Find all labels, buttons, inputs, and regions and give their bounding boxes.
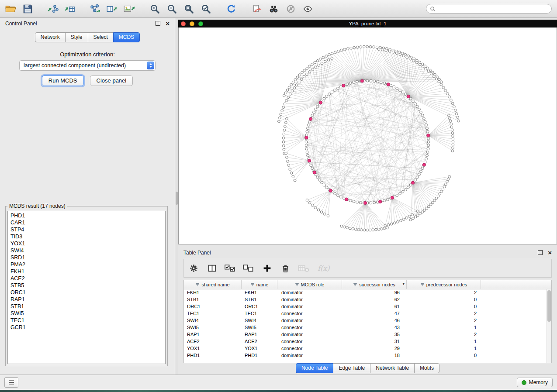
table-row[interactable]: ORC1ORC1dominator610	[184, 303, 547, 310]
table-scrollbar[interactable]	[547, 289, 551, 363]
tab-motifs[interactable]: Motifs	[414, 363, 439, 373]
table-row[interactable]: SWI4SWI4dominator462	[184, 317, 547, 324]
table-scrollbar-thumb[interactable]	[547, 290, 551, 322]
table-cell: PHD1	[242, 352, 277, 359]
mcds-node-ace2[interactable]: ACE2	[10, 275, 165, 282]
mcds-node-rap1[interactable]: RAP1	[10, 296, 165, 303]
mcds-node-tid3[interactable]: TID3	[10, 233, 165, 240]
table-row[interactable]: TEC1TEC1connector472	[184, 310, 547, 317]
deselect-all-icon[interactable]	[242, 262, 255, 275]
search-input[interactable]	[438, 5, 548, 12]
close-window-icon[interactable]	[181, 21, 186, 26]
panel-divider[interactable]	[175, 18, 178, 375]
mcds-node-stb1[interactable]: STB1	[10, 303, 165, 310]
show-graphics-details-icon[interactable]	[301, 2, 315, 16]
tab-select[interactable]: Select	[88, 32, 114, 42]
mcds-node-orc1[interactable]: ORC1	[10, 289, 165, 296]
import-table-from-file-icon[interactable]	[63, 2, 77, 16]
mcds-node-swi5[interactable]: SWI5	[10, 310, 165, 317]
table-cell: 35	[342, 331, 407, 338]
filter-arrow-icon[interactable]: ▾	[402, 282, 405, 286]
column-header-mcds-role[interactable]: MCDS role	[277, 280, 342, 289]
column-header-successor-nodes[interactable]: successor nodes▾	[342, 280, 407, 289]
table-cell: dominator	[277, 296, 342, 303]
mcds-node-gcr1[interactable]: GCR1	[10, 324, 165, 331]
export-table-icon[interactable]	[105, 2, 119, 16]
criterion-dropdown[interactable]: largest connected component (undirected)	[19, 60, 156, 71]
add-row-icon[interactable]	[261, 262, 273, 275]
delete-row-icon[interactable]	[279, 262, 291, 275]
mcds-node-stp4[interactable]: STP4	[10, 226, 165, 233]
hamburger-menu-button[interactable]	[4, 377, 18, 388]
memory-button[interactable]: Memory	[517, 378, 553, 387]
mcds-node-fkh1[interactable]: FKH1	[10, 268, 165, 275]
network-canvas[interactable]	[178, 28, 557, 244]
network-graph-svg	[179, 28, 557, 244]
mcds-node-stb5[interactable]: STB5	[10, 282, 165, 289]
refresh-icon[interactable]	[224, 2, 238, 16]
table-cell: RAP1	[242, 331, 277, 338]
import-network-from-file-icon[interactable]	[46, 2, 60, 16]
zoom-selected-icon[interactable]	[199, 2, 213, 16]
select-all-icon[interactable]	[224, 262, 236, 275]
tab-network-table[interactable]: Network Table	[370, 363, 415, 373]
table-cell: 43	[342, 324, 407, 331]
tab-style[interactable]: Style	[65, 32, 88, 42]
float-panel-icon[interactable]	[156, 21, 160, 26]
table-cell: 2	[407, 310, 481, 317]
zoom-fit-icon[interactable]	[182, 2, 196, 16]
close-panel-button[interactable]: Close panel	[90, 76, 133, 86]
column-header-predecessor-nodes[interactable]: predecessor nodes	[407, 280, 481, 289]
table-body: FKH1FKH1dominator962STB1STB1dominator620…	[184, 289, 547, 363]
table-row[interactable]: FKH1FKH1dominator962	[184, 289, 547, 296]
save-icon[interactable]	[21, 2, 35, 16]
table-row[interactable]: RAP1RAP1dominator352	[184, 331, 547, 338]
zoom-out-icon[interactable]	[165, 2, 179, 16]
share-network-icon[interactable]	[88, 2, 102, 16]
tab-node-table[interactable]: Node Table	[296, 363, 334, 373]
mcds-node-swi4[interactable]: SWI4	[10, 247, 165, 254]
tab-network[interactable]: Network	[35, 32, 66, 42]
run-mcds-button[interactable]: Run MCDS	[42, 76, 84, 86]
toolbar-group	[46, 2, 77, 16]
mcds-node-phd1[interactable]: PHD1	[10, 212, 165, 219]
close-table-panel-icon[interactable]: ×	[548, 249, 552, 256]
open-folder-icon[interactable]	[3, 2, 17, 16]
column-header-shared-name[interactable]: shared name	[184, 280, 242, 289]
settings-gear-icon[interactable]	[187, 262, 200, 275]
table-cell: SWI5	[184, 324, 242, 331]
divider-scrollbar-thumb[interactable]	[176, 192, 178, 205]
hide-graphics-details-icon[interactable]	[284, 2, 298, 16]
tab-edge-table[interactable]: Edge Table	[333, 363, 370, 373]
zoom-in-icon[interactable]	[148, 2, 162, 16]
tab-mcds[interactable]: MCDS	[113, 32, 140, 42]
table-row[interactable]: YOX1YOX1connector291	[184, 345, 547, 352]
table-row[interactable]: SWI5SWI5connector431	[184, 324, 547, 331]
column-header-label: successor nodes	[359, 282, 395, 287]
column-header-label: shared name	[201, 282, 229, 287]
search-binoculars-icon[interactable]	[266, 2, 280, 16]
table-row[interactable]: PHD1PHD1dominator180	[184, 352, 547, 359]
toolbar-group	[249, 2, 315, 16]
split-panel-icon[interactable]	[206, 262, 218, 275]
close-panel-icon[interactable]: ×	[166, 20, 170, 27]
copy-panel-icon[interactable]	[249, 2, 263, 16]
table-cell: 0	[407, 352, 481, 359]
table-row[interactable]: STB1STB1dominator620	[184, 296, 547, 303]
table-cell: FKH1	[242, 289, 277, 296]
mcds-node-tec1[interactable]: TEC1	[10, 317, 165, 324]
mcds-node-pma2[interactable]: PMA2	[10, 261, 165, 268]
table-row[interactable]: ACE2ACE2connector311	[184, 338, 547, 345]
maximize-window-icon[interactable]	[198, 21, 203, 26]
mcds-node-srd1[interactable]: SRD1	[10, 254, 165, 261]
column-header-name[interactable]: name	[242, 280, 277, 289]
column-header-filler	[481, 280, 551, 289]
search-box[interactable]	[426, 4, 552, 14]
network-window-titlebar[interactable]: YPA_prune.txt_1	[178, 20, 557, 28]
control-panel-header: Control Panel ×	[0, 18, 175, 29]
export-image-icon[interactable]	[122, 2, 136, 16]
minimize-window-icon[interactable]	[190, 21, 194, 26]
mcds-node-yox1[interactable]: YOX1	[10, 240, 165, 247]
mcds-node-car1[interactable]: CAR1	[10, 219, 165, 226]
float-table-panel-icon[interactable]	[538, 250, 543, 255]
